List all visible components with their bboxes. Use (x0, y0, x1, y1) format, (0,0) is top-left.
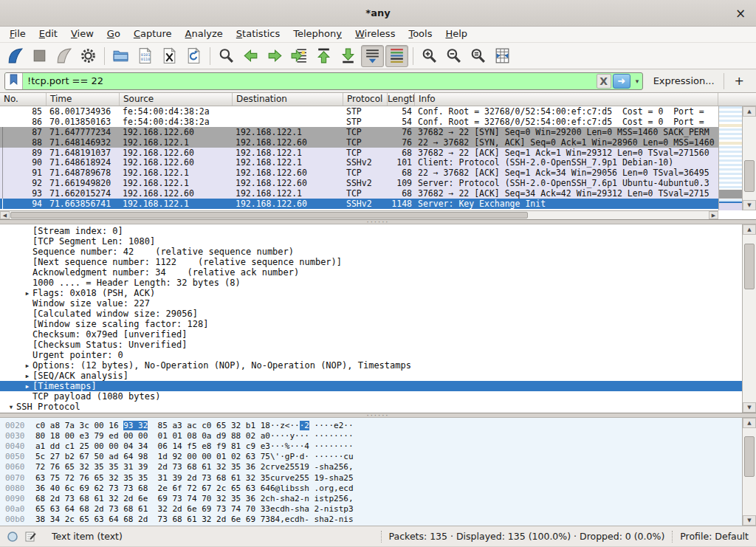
expander-right-icon[interactable]: ▶ (22, 290, 32, 297)
column-header-no[interactable]: No. (0, 93, 47, 106)
auto-scroll-button[interactable] (361, 45, 384, 67)
detail-line[interactable]: Acknowledgment number: 34 (relative ack … (0, 267, 742, 278)
detail-line[interactable]: Checksum: 0x79ed [unverified] (0, 329, 742, 340)
menu-edit[interactable]: Edit (32, 26, 64, 42)
add-filter-button[interactable]: + (727, 74, 750, 88)
detail-line[interactable]: [Window size scaling factor: 128] (0, 319, 742, 329)
close-file-button[interactable] (158, 45, 181, 67)
go-first-button[interactable] (312, 45, 335, 67)
find-packet-button[interactable] (215, 45, 238, 67)
hex-row[interactable]: 009068 2d 73 68 61 32 2d 6e 69 73 74 70 … (0, 493, 742, 503)
packet-row[interactable]: 8670.013850163fe:54:00:d4:38:2aSTP54Conf… (0, 117, 718, 127)
menu-view[interactable]: View (64, 26, 100, 42)
detail-line[interactable]: 1000 .... = Header Length: 32 bytes (8) (0, 278, 742, 288)
detail-line[interactable]: [Checksum Status: Unverified] (0, 340, 742, 350)
detail-vscrollbar[interactable]: ▲ ▼ (742, 224, 756, 413)
packet-row[interactable]: 8568.001734936fe:54:00:d4:38:2aSTP54Conf… (0, 106, 718, 117)
scrollbar-thumb[interactable] (10, 212, 528, 219)
open-file-button[interactable] (109, 45, 132, 67)
save-file-button[interactable]: 01010110 (134, 45, 157, 67)
detail-line[interactable]: ▶SSH Version 2 (encryption:chacha20-poly… (0, 412, 742, 413)
menu-tools[interactable]: Tools (402, 26, 439, 42)
scrollbar-thumb[interactable] (744, 436, 755, 477)
close-icon[interactable]: × (732, 5, 749, 21)
menu-capture[interactable]: Capture (127, 26, 179, 42)
detail-line[interactable]: [Stream index: 0] (0, 226, 742, 236)
go-last-button[interactable] (337, 45, 360, 67)
hex-row[interactable]: 00505c 27 b2 67 50 ad 64 98 1d 92 00 00 … (0, 452, 742, 462)
column-header-length[interactable]: Length (388, 93, 415, 106)
menu-help[interactable]: Help (439, 26, 474, 42)
reload-file-button[interactable] (182, 45, 205, 67)
detail-line[interactable]: ▶Options: (12 bytes), No-Operation (NOP)… (0, 360, 742, 371)
go-back-button[interactable] (239, 45, 262, 67)
scroll-right-icon[interactable]: ▶ (709, 211, 718, 219)
packet-row[interactable]: 9371.662015274192.168.122.60192.168.122.… (0, 188, 718, 199)
scroll-up-icon[interactable]: ▲ (743, 418, 756, 428)
detail-line[interactable]: ▶[SEQ/ACK analysis] (0, 371, 742, 381)
resize-columns-button[interactable] (491, 45, 514, 67)
column-header-source[interactable]: Source (120, 93, 233, 106)
go-forward-button[interactable] (264, 45, 286, 67)
hex-vscrollbar[interactable]: ▲ ▼ (742, 418, 756, 526)
filter-bookmark-button[interactable] (5, 73, 23, 89)
hex-row[interactable]: 0020c0 a8 7a 3c 00 16 93 32 85 a3 ac c0 … (0, 420, 742, 430)
start-capture-button[interactable] (4, 45, 27, 67)
menu-file[interactable]: File (3, 26, 32, 42)
colorize-button[interactable] (385, 45, 408, 67)
column-header-destination[interactable]: Destination (233, 93, 343, 106)
hex-row[interactable]: 00b038 34 2c 65 63 64 68 2d 73 68 61 32 … (0, 515, 742, 525)
detail-line[interactable]: Sequence number: 42 (relative sequence n… (0, 247, 742, 257)
scroll-down-icon[interactable]: ▼ (743, 402, 756, 413)
detail-line[interactable]: ▶Flags: 0x018 (PSH, ACK) (0, 288, 742, 298)
expression-button[interactable]: Expression... (646, 75, 721, 86)
packet-row[interactable]: 8971.648191037192.168.122.60192.168.122.… (0, 148, 718, 158)
expander-down-icon[interactable]: ▼ (6, 404, 16, 410)
detail-line[interactable]: TCP payload (1080 bytes) (0, 391, 742, 402)
expert-info-icon[interactable] (6, 530, 19, 543)
hex-row[interactable]: 00a065 63 64 68 2d 73 68 61 32 2d 6e 69 … (0, 504, 742, 515)
expander-right-icon[interactable]: ▶ (22, 373, 32, 379)
zoom-out-button[interactable] (442, 45, 465, 67)
scrollbar-thumb[interactable] (744, 160, 755, 191)
menu-analyze[interactable]: Analyze (179, 26, 230, 42)
detail-line[interactable]: ▶[Timestamps] (0, 381, 742, 391)
detail-line[interactable]: [TCP Segment Len: 1080] (0, 236, 742, 247)
go-to-packet-button[interactable] (288, 45, 311, 67)
stop-capture-button[interactable] (28, 45, 51, 67)
menu-telephony[interactable]: Telephony (286, 26, 348, 42)
scroll-left-icon[interactable]: ◀ (0, 211, 10, 219)
scroll-down-icon[interactable]: ▼ (743, 515, 756, 526)
menu-wireless[interactable]: Wireless (348, 26, 402, 42)
restart-capture-button[interactable] (52, 45, 75, 67)
column-header-time[interactable]: Time (47, 93, 120, 106)
filter-apply-button[interactable]: ➜ (613, 74, 630, 89)
capture-comment-icon[interactable] (24, 530, 37, 543)
display-filter-input[interactable] (23, 75, 597, 86)
packet-row[interactable]: 8771.647777234192.168.122.60192.168.122.… (0, 127, 718, 137)
menu-statistics[interactable]: Statistics (230, 26, 286, 42)
expander-right-icon[interactable]: ▶ (22, 383, 32, 390)
hex-row[interactable]: 006072 76 65 32 35 35 31 39 2d 73 68 61 … (0, 462, 742, 472)
column-header-info[interactable]: Info (415, 93, 718, 106)
zoom-in-button[interactable] (418, 45, 441, 67)
hex-row[interactable]: 008036 40 6c 69 62 73 73 68 2e 6f 72 67 … (0, 483, 742, 493)
hex-row[interactable]: 003080 18 00 e3 79 ed 00 00 01 01 08 0a … (0, 430, 742, 441)
packet-row[interactable]: 9271.661949820192.168.122.1192.168.122.6… (0, 178, 718, 188)
hex-row[interactable]: 007063 75 72 76 65 32 35 35 31 39 2d 73 … (0, 472, 742, 483)
packet-row[interactable]: 9471.663856741192.168.122.1192.168.122.6… (0, 199, 718, 209)
packet-list-vscrollbar[interactable]: ▲ ▼ (742, 106, 756, 210)
packet-list-hscrollbar[interactable]: ◀ ▶ (0, 210, 718, 219)
packet-row[interactable]: 9071.648618924192.168.122.60192.168.122.… (0, 157, 718, 168)
detail-line[interactable]: ▼SSH Protocol (0, 402, 742, 412)
status-profile[interactable]: Profile: Default (680, 531, 749, 542)
detail-line[interactable]: Window size value: 227 (0, 298, 742, 309)
display-filter-box[interactable]: X ➜ ▾ (4, 72, 643, 90)
hex-row[interactable]: 0040a1 dd c1 25 00 00 04 34 06 14 f5 e8 … (0, 441, 742, 451)
detail-line[interactable]: [Calculated window size: 29056] (0, 309, 742, 319)
capture-options-button[interactable] (77, 45, 100, 67)
scroll-down-icon[interactable]: ▼ (743, 200, 756, 210)
scroll-up-icon[interactable]: ▲ (743, 224, 756, 235)
column-header-protocol[interactable]: Protocol (343, 93, 388, 106)
filter-history-caret-icon[interactable]: ▾ (633, 78, 642, 85)
